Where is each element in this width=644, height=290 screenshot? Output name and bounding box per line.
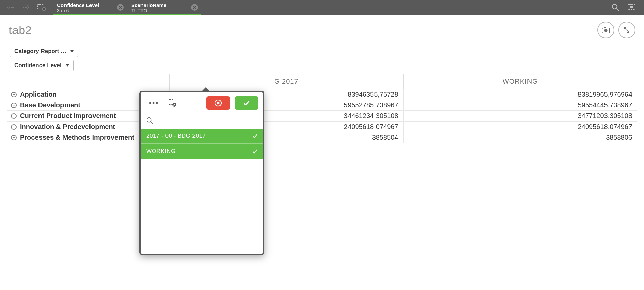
dim-button-confidence-level[interactable]: Confidence Level (10, 60, 74, 71)
selection-chip-field: Confidence Level (57, 3, 113, 8)
svg-point-7 (604, 29, 608, 32)
pivot-row-text: Base Development (20, 101, 80, 109)
pivot-row: + Base Development 59552785,738967 59554… (7, 100, 637, 111)
pivot-header-blank (7, 74, 169, 89)
pivot-grid: G 2017 WORKING + Application 83946355,75… (7, 74, 637, 143)
popover-item-working[interactable]: WORKING (141, 144, 263, 159)
check-icon (252, 149, 258, 154)
svg-line-13 (151, 122, 153, 124)
pivot-row-text: Processes & Methods Improvement (20, 134, 134, 141)
check-icon (252, 133, 258, 139)
selection-chip-summary: TUTTO (131, 8, 188, 14)
popover-toolbar: ••• (141, 92, 263, 114)
dimension-selectors: Category Report … Confidence Level (7, 42, 637, 74)
pivot-cell: 3858806 (403, 132, 637, 143)
pivot-row: + Processes & Methods Improvement 385850… (7, 132, 637, 143)
popover-cancel-button[interactable] (206, 96, 230, 110)
chevron-down-icon (70, 49, 74, 53)
selection-back-icon (6, 4, 15, 11)
popover-search[interactable] (141, 114, 263, 129)
popover-list: 2017 - 00 - BDG 2017 WORKING (141, 129, 263, 159)
pivot-header-col-2[interactable]: WORKING (403, 74, 637, 89)
snapshot-button[interactable] (597, 22, 614, 38)
popover-item-label: 2017 - 00 - BDG 2017 (146, 133, 206, 139)
popover-item-bdg2017[interactable]: 2017 - 00 - BDG 2017 (141, 129, 263, 144)
filter-popover: ••• 2017 - 00 - BDG 2017 (139, 91, 264, 255)
svg-line-3 (617, 9, 619, 11)
popover-clear-selection-icon[interactable] (167, 99, 177, 107)
selection-chip-clear-icon[interactable] (191, 4, 198, 11)
pivot-cell: 59554445,738967 (403, 100, 637, 110)
svg-rect-8 (604, 27, 606, 28)
check-icon (243, 99, 250, 107)
dim-button-label: Confidence Level (14, 62, 62, 69)
popover-empty-space (141, 159, 263, 254)
dim-button-category-report[interactable]: Category Report … (10, 46, 78, 57)
pivot-row-text: Innovation & Predevelopment (20, 123, 115, 131)
pivot-cell: 24095618,074967 (403, 122, 637, 132)
pivot-row: + Application 83946355,75728 83819965,97… (7, 89, 637, 100)
selection-chip-scenarioname[interactable]: ScenarioName TUTTO (127, 0, 201, 15)
expand-icon[interactable]: + (11, 135, 17, 140)
sheet-header: tab2 (0, 15, 644, 42)
expand-icon[interactable]: + (11, 92, 17, 97)
selection-bar: Confidence Level 3 di 6 ScenarioName TUT… (0, 0, 644, 15)
selections-tool-icon[interactable] (627, 3, 637, 11)
pivot-cell: 83819965,976964 (403, 89, 637, 100)
svg-rect-5 (630, 6, 633, 8)
expand-icon[interactable]: + (11, 124, 17, 130)
popover-search-input[interactable] (157, 117, 258, 124)
pivot-row-text: Application (20, 90, 57, 98)
pivot-header-row: G 2017 WORKING (7, 74, 637, 89)
popover-item-label: WORKING (146, 148, 176, 155)
close-icon (214, 99, 222, 107)
clear-all-selections-icon[interactable] (37, 3, 47, 11)
selection-nav-icons (0, 0, 53, 15)
sheet-title: tab2 (9, 24, 32, 37)
expand-icon[interactable]: + (11, 103, 17, 108)
search-icon (146, 116, 154, 125)
dim-button-label: Category Report … (14, 48, 67, 55)
pivot-header-col-1[interactable]: G 2017 (169, 74, 403, 89)
pivot-object: Category Report … Confidence Level G 201… (7, 42, 637, 143)
global-search-icon[interactable] (611, 3, 620, 12)
selection-chip-summary: 3 di 6 (57, 8, 113, 14)
expand-icon[interactable]: + (11, 113, 17, 119)
svg-point-12 (147, 118, 151, 122)
selection-chip-confidence-level[interactable]: Confidence Level 3 di 6 (53, 0, 127, 15)
pivot-row-text: Current Product Improvement (20, 112, 116, 120)
selection-chip-clear-icon[interactable] (117, 4, 124, 11)
svg-point-2 (612, 4, 617, 9)
popover-confirm-button[interactable] (235, 96, 258, 110)
chevron-down-icon (65, 63, 69, 68)
pivot-cell: 34771203,305108 (403, 111, 637, 121)
topbar-right-icons (603, 0, 644, 15)
pivot-row: + Innovation & Predevelopment 24095618,0… (7, 122, 637, 132)
fullscreen-button[interactable] (618, 22, 635, 38)
popover-divider (183, 97, 183, 109)
pivot-row: + Current Product Improvement 34461234,3… (7, 111, 637, 122)
popover-more-icon[interactable]: ••• (146, 99, 162, 107)
selection-forward-icon (22, 4, 30, 11)
selection-chip-field: ScenarioName (131, 3, 188, 8)
